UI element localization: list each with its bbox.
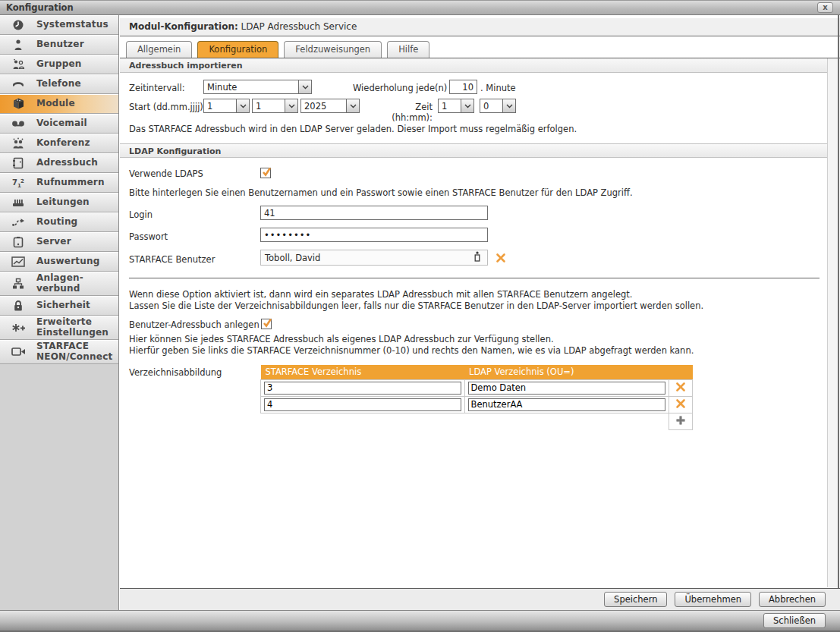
time-minute-select[interactable]: 0 — [480, 99, 516, 113]
voicemail-icon — [0, 120, 36, 127]
sidebar-item-server[interactable]: Server — [0, 232, 118, 252]
sidebar-item-anlagenverbund[interactable]: Anlagen- verbund — [0, 272, 118, 296]
close-window-button[interactable]: x — [817, 2, 833, 13]
routing-icon — [0, 218, 36, 227]
start-month-select[interactable]: 1 — [252, 99, 298, 113]
password-input[interactable] — [260, 228, 488, 242]
svg-text:7: 7 — [12, 178, 17, 187]
sidebar-item-erweiterte-einstellungen[interactable]: Erweiterte Einstellungen — [0, 316, 118, 340]
sidebar-item-auswertung[interactable]: Auswertung — [0, 252, 118, 272]
column-header-actions — [669, 365, 693, 379]
chevron-down-icon — [298, 80, 311, 93]
title-bar: Konfiguration x — [0, 1, 840, 15]
sidebar-item-label: Voicemail — [36, 118, 87, 129]
tab-allgemein[interactable]: Allgemein — [126, 41, 192, 58]
panel-footer: Speichern Übernehmen Abbrechen — [120, 588, 840, 610]
mapping-label: Verzeichnisabbildung — [129, 365, 222, 378]
option-note-line2: Lassen Sie die Liste der Verzeichnisabbi… — [129, 300, 703, 312]
sidebar-item-voicemail[interactable]: Voicemail — [0, 114, 118, 134]
sidebar-item-benutzer[interactable]: Benutzer — [0, 35, 118, 55]
server-icon — [0, 236, 36, 248]
sidebar-item-label: Anlagen- verbund — [36, 273, 83, 294]
time-minute-value: 0 — [480, 99, 502, 112]
sidebar-item-rufnummern[interactable]: 712 Rufnummern — [0, 173, 118, 193]
sidebar-item-sicherheit[interactable]: Sicherheit — [0, 296, 118, 316]
chevron-down-icon — [346, 99, 359, 112]
table-row — [261, 379, 693, 396]
svg-text:2: 2 — [20, 178, 24, 184]
close-button[interactable]: Schließen — [763, 613, 826, 628]
option-note-line1: Wenn diese Option aktiviert ist, dann wi… — [129, 289, 703, 300]
login-input[interactable] — [260, 206, 488, 220]
section-heading-ldap: LDAP Konfiguration — [120, 143, 827, 158]
module-cube-icon — [0, 97, 36, 110]
sidebar-item-routing[interactable]: Routing — [0, 212, 118, 232]
ldap-name-input[interactable] — [468, 398, 666, 411]
start-year-select[interactable]: 2025 — [300, 99, 360, 113]
sidebar-item-label: Erweiterte Einstellungen — [36, 317, 109, 338]
save-button[interactable]: Speichern — [604, 592, 667, 607]
sidebar-item-label: Gruppen — [36, 59, 82, 70]
password-label: Passwort — [129, 229, 168, 242]
lock-icon — [0, 300, 36, 312]
sidebar-item-starface-neon[interactable]: STARFACE NEON/Connect — [0, 340, 118, 364]
mapping-table-header-row: STARFACE Verzeichnis LDAP Verzeichnis (O… — [261, 365, 693, 379]
module-header: Modul-Konfiguration: LDAP Adressbuch Ser… — [120, 18, 840, 36]
time-hour-value: 1 — [439, 99, 461, 112]
starface-user-field[interactable]: Toboll, David — [260, 250, 488, 266]
mapping-note: Hier können Sie jedes STARFACE Adressbuc… — [129, 334, 694, 357]
user-book-label: Benutzer-Adressbuch anlegen — [129, 317, 260, 330]
ldaps-checkbox[interactable] — [260, 168, 271, 178]
clear-user-button[interactable] — [496, 253, 506, 263]
sidebar-item-systemstatus[interactable]: Systemstatus — [0, 15, 118, 35]
time-hour-select[interactable]: 1 — [438, 99, 474, 113]
tab-konfiguration[interactable]: Konfiguration — [197, 41, 278, 58]
sidebar-item-leitungen[interactable]: Leitungen — [0, 193, 118, 212]
tab-hilfe[interactable]: Hilfe — [387, 41, 429, 58]
delete-row-button[interactable] — [675, 398, 686, 409]
sidebar-item-label: Routing — [36, 217, 77, 228]
divider-line — [129, 278, 820, 278]
lines-icon — [0, 197, 36, 208]
window-title: Konfiguration — [6, 2, 74, 13]
scrollbar-track[interactable] — [827, 58, 838, 587]
sidebar-item-gruppen[interactable]: Gruppen — [0, 55, 118, 74]
start-day-value: 1 — [204, 99, 236, 112]
user-book-checkbox[interactable] — [261, 319, 272, 329]
person-icon — [473, 251, 487, 264]
directory-number-input[interactable] — [264, 398, 461, 411]
start-date-label: Start (dd.mm.jjjj): — [129, 99, 206, 112]
section-heading-import: Adressbuch importieren — [120, 58, 827, 73]
login-label: Login — [129, 207, 153, 220]
sidebar-item-konferenz[interactable]: Konferenz — [0, 134, 118, 153]
sidebar-item-label: Sicherheit — [36, 300, 90, 311]
mapping-note-line1: Hier können Sie jedes STARFACE Adressbuc… — [129, 334, 694, 345]
configuration-window: Konfiguration x Systemstatus Benutzer Gr… — [0, 0, 840, 632]
directory-number-input[interactable] — [264, 382, 461, 395]
video-camera-icon — [0, 347, 36, 357]
clock-icon — [0, 19, 36, 31]
ldap-name-input[interactable] — [468, 382, 666, 395]
module-header-value: LDAP Adressbuch Service — [241, 21, 357, 32]
sidebar-item-telefone[interactable]: Telefone — [0, 74, 118, 94]
group-icon — [0, 58, 36, 71]
sidebar-item-adressbuch[interactable]: Adressbuch — [0, 153, 118, 173]
interval-select[interactable]: Minute — [203, 80, 312, 94]
apply-button[interactable]: Übernehmen — [675, 592, 751, 607]
start-day-select[interactable]: 1 — [203, 99, 250, 113]
cancel-button[interactable]: Abbrechen — [759, 592, 826, 607]
chevron-down-icon — [285, 99, 297, 112]
delete-row-button[interactable] — [675, 382, 686, 392]
sidebar-item-module[interactable]: Module — [0, 94, 118, 114]
sidebar-item-label: Rufnummern — [36, 178, 105, 188]
option-note: Wenn diese Option aktiviert ist, dann wi… — [129, 289, 703, 312]
addressbook-icon — [0, 157, 36, 169]
repeat-input[interactable] — [449, 80, 477, 94]
add-row-button[interactable] — [675, 415, 686, 426]
repeat-suffix: . Minute — [480, 80, 516, 93]
chevron-down-icon — [502, 99, 515, 112]
tab-feldzuweisungen[interactable]: Feldzuweisungen — [284, 41, 382, 58]
network-icon — [0, 278, 36, 290]
sidebar-item-label: Adressbuch — [36, 158, 98, 168]
starface-user-label: STARFACE Benutzer — [129, 252, 215, 265]
